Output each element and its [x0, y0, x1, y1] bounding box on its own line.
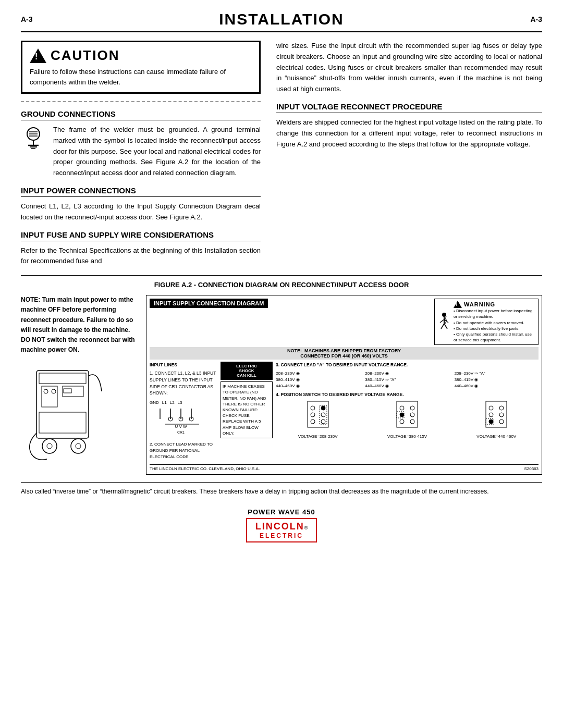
caution-triangle-icon	[30, 48, 46, 63]
header-title: INSTALLATION	[33, 10, 531, 28]
svg-point-58	[499, 419, 504, 424]
figure-title: FIGURE A.2 - CONNECTION DIAGRAM ON RECON…	[21, 281, 542, 289]
diagram-gnd-row: GND L1 L2 L3	[150, 400, 217, 406]
svg-point-20	[442, 313, 446, 317]
input-voltage-heading: INPUT VOLTAGE RECONNECT PROCEDURE	[276, 102, 542, 113]
ground-connections-section: GROUND CONNECTIONS	[21, 109, 261, 179]
v3-row3: 440–460V ◉	[455, 383, 538, 389]
svg-rect-19	[64, 389, 71, 393]
caution-text: Failure to follow these instructions can…	[30, 67, 252, 87]
switch-diagram-2	[394, 400, 420, 431]
svg-point-54	[499, 406, 504, 410]
right-column: wire sizes. Fuse the input circuit with …	[276, 41, 542, 267]
ground-icon	[21, 127, 46, 152]
right-para1: wire sizes. Fuse the input circuit with …	[276, 41, 542, 95]
svg-point-40	[321, 413, 325, 417]
voltage-label-1: VOLTAGE=208-230V	[276, 434, 360, 440]
input-voltage-section: INPUT VOLTAGE RECONNECT PROCEDURE Welder…	[276, 102, 542, 150]
footer-logo-bottom: ELECTRIC	[260, 532, 303, 539]
input-power-heading: INPUT POWER CONNECTIONS	[21, 186, 261, 197]
footer-logo: LINCOLN® ELECTRIC	[246, 518, 317, 542]
v3-row2: 380–415V ◉	[455, 377, 538, 383]
svg-rect-12	[39, 412, 86, 433]
input-fuse-heading: INPUT FUSE AND SUPPLY WIRE CONSIDERATION…	[21, 230, 261, 241]
diagram-right: 3. CONNECT LEAD "A" TO DESIRED INPUT VOL…	[276, 362, 538, 462]
footer-logo-reg: ®	[304, 525, 308, 530]
diagram-input-lines-label: INPUT LINES	[150, 362, 217, 368]
v2-row3: 440–460V ◉	[365, 383, 449, 389]
switch-col-1: VOLTAGE=208-230V	[276, 400, 360, 440]
l1-label: L1	[162, 400, 167, 406]
switch-diagrams-row: VOLTAGE=208-230V	[276, 400, 538, 440]
warning-bullet-1: • Disconnect input power before inspecti…	[454, 308, 535, 319]
voltage-col-3: 208–230V ⇒ "A" 380–415V ◉ 440–460V ◉	[455, 371, 538, 389]
input-power-section: INPUT POWER CONNECTIONS Connect L1, L2, …	[21, 186, 261, 223]
switch-diagram-1	[305, 400, 331, 431]
svg-point-39	[311, 413, 315, 417]
diagram-header: INPUT SUPPLY CONNECTION DIAGRAM	[150, 299, 538, 345]
diagram-instructions: INPUT LINES 1. CONNECT L1, L2, & L3 INPU…	[150, 362, 217, 462]
diagram-title-area: INPUT SUPPLY CONNECTION DIAGRAM	[150, 299, 268, 308]
svg-point-13	[42, 439, 57, 453]
warning-bullet-3: • Do not touch electrically live parts.	[454, 326, 535, 331]
svg-point-55	[489, 413, 493, 417]
svg-point-50	[410, 419, 414, 424]
svg-point-42	[321, 419, 325, 424]
voltage-options-row: 208–230V ◉ 380–415V ◉ 440–460V ◉ 208–230…	[276, 371, 538, 389]
footer: POWER WAVE 450 LINCOLN® ELECTRIC	[21, 505, 542, 542]
switch-diagram-3	[483, 400, 509, 431]
diagram-center: ELECTRIC SHOCK CAN KILL IF MACHINE CEASE…	[221, 362, 273, 462]
diagram-title: INPUT SUPPLY CONNECTION DIAGRAM	[150, 299, 268, 308]
voltage-col-1: 208–230V ◉ 380–415V ◉ 440–460V ◉	[276, 371, 360, 389]
diagram-step1: 1. CONNECT L1, L2, & L3 INPUT SUPPLY LIN…	[150, 370, 217, 397]
svg-line-25	[444, 324, 447, 329]
svg-point-48	[410, 413, 414, 417]
diagram-footer-right: S20363	[524, 466, 538, 471]
ground-section: The frame of the welder must be grounded…	[21, 125, 261, 179]
svg-rect-9	[39, 373, 86, 384]
electric-label: ELECTRIC	[223, 364, 271, 368]
svg-line-24	[441, 324, 444, 329]
diagram-connections: GND L1 L2 L3	[150, 400, 217, 439]
l3-label: L3	[178, 400, 182, 406]
diagram-warning-text-col: WARNING • Disconnect input power before …	[454, 301, 535, 343]
diagram-footer: THE LINCOLN ELECTRIC CO. CLEVELAND, OHIO…	[150, 464, 538, 471]
header: A-3 INSTALLATION A-3	[21, 10, 542, 32]
svg-point-14	[47, 443, 52, 449]
svg-point-57	[489, 419, 493, 424]
diagram-note-factory: MACHINES ARE SHIPPED FROM FACTORY	[304, 348, 401, 353]
v3-row1: 208–230V ⇒ "A"	[455, 371, 538, 377]
svg-point-38	[321, 406, 325, 410]
ground-text: The frame of the welder must be grounded…	[53, 125, 261, 179]
svg-point-18	[52, 389, 56, 393]
svg-rect-8	[36, 371, 89, 438]
step4-label: 4. POSITION SWITCH TO DESIRED INPUT VOLT…	[276, 391, 538, 398]
svg-point-56	[499, 413, 504, 417]
svg-point-46	[410, 406, 414, 410]
voltage-label-3: VOLTAGE=440-460V	[455, 434, 538, 440]
figure-left-note: NOTE: Turn main input power to mthe mach…	[21, 295, 136, 473]
ground-symbol	[21, 125, 48, 179]
main-content: CAUTION Failure to follow these instruct…	[21, 41, 542, 267]
can-kill-label: CAN KILL	[223, 373, 271, 378]
contactor-diagram: U V W CR1	[150, 406, 207, 437]
svg-line-22	[440, 319, 444, 323]
svg-rect-11	[63, 386, 83, 397]
caution-header: CAUTION	[30, 47, 252, 64]
header-left: A-3	[21, 15, 33, 23]
svg-rect-10	[42, 386, 57, 407]
v1-row2: 380–415V ◉	[276, 377, 360, 383]
svg-point-47	[400, 413, 404, 417]
diagram-warning-left	[438, 312, 450, 332]
footer-logo-top-row: LINCOLN®	[255, 521, 308, 532]
figure-diagram: INPUT SUPPLY CONNECTION DIAGRAM	[146, 295, 542, 475]
svg-point-16	[76, 443, 81, 449]
figure-note-text: NOTE: Turn main input power to mthe mach…	[21, 295, 136, 355]
input-fuse-section: INPUT FUSE AND SUPPLY WIRE CONSIDERATION…	[21, 230, 261, 267]
warning-bullets: • Disconnect input power before inspecti…	[454, 308, 535, 343]
warning-title: WARNING	[464, 301, 495, 307]
footer-logo-top: LINCOLN	[255, 521, 304, 532]
footer-brand: POWER WAVE 450	[21, 508, 542, 516]
svg-point-15	[71, 439, 85, 453]
page: A-3 INSTALLATION A-3 CAUTION Failure to …	[0, 0, 563, 728]
